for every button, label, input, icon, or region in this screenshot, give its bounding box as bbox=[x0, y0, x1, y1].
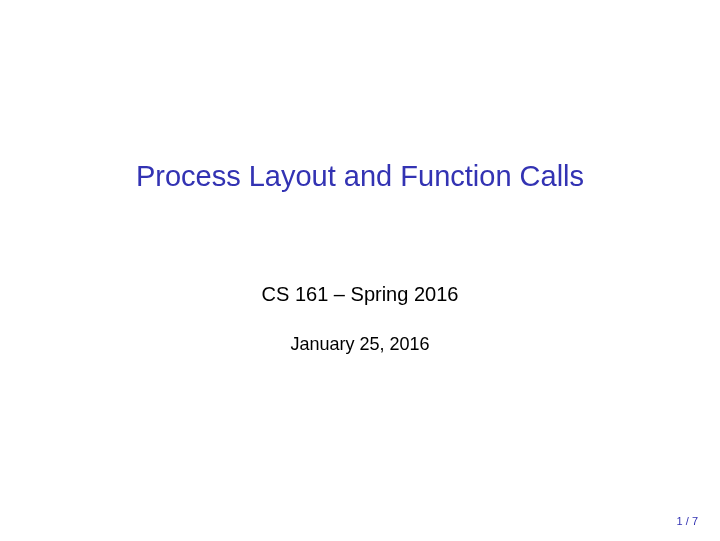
slide-subtitle: CS 161 – Spring 2016 bbox=[262, 283, 459, 306]
slide-container: Process Layout and Function Calls CS 161… bbox=[0, 0, 720, 541]
page-number: 1 / 7 bbox=[677, 515, 698, 527]
slide-title: Process Layout and Function Calls bbox=[136, 160, 584, 193]
slide-date: January 25, 2016 bbox=[290, 334, 429, 355]
